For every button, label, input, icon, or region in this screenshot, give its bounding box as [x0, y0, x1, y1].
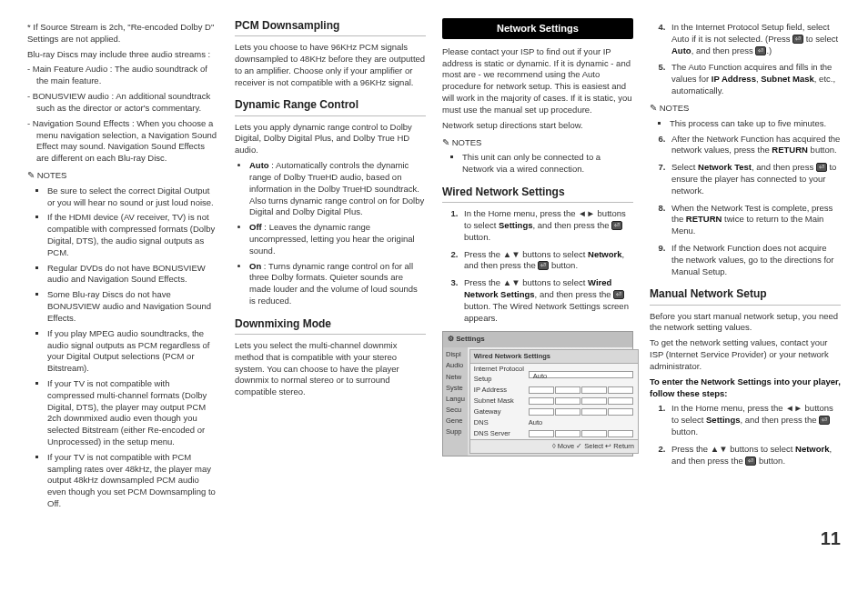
dialog-row: DNS Server — [470, 428, 638, 439]
pcm-body: Lets you choose to have 96KHz PCM signal… — [235, 42, 426, 88]
list-item: In the Internet Protocol Setup field, se… — [668, 22, 841, 56]
sidebar-item: Netw — [444, 372, 467, 383]
list-item: Off : Leaves the dynamic range uncompres… — [249, 222, 426, 256]
dialog-row: Internet Protocol SetupAuto — [470, 364, 638, 384]
list-item: When the Network Test is complete, press… — [668, 203, 841, 237]
dialog-row: IP Address — [470, 385, 638, 396]
sidebar-item: Langu — [444, 394, 467, 405]
list-item: Main Feature Audio : The audio soundtrac… — [36, 64, 218, 87]
column-1: * If Source Stream is 2ch, "Re-encoded D… — [27, 18, 218, 514]
dialog-title: Wired Network Settings — [470, 350, 638, 364]
dialog-row: Subnet Mask — [470, 396, 638, 406]
notes-label: NOTES — [442, 137, 633, 149]
column-3: Network Settings Please contact your ISP… — [442, 18, 633, 514]
down-title: Downmixing Mode — [235, 316, 426, 335]
column-2: PCM Downsampling Lets you choose to have… — [235, 18, 426, 514]
list-item: Some Blu-ray Discs do not have BONUSVIEW… — [47, 289, 218, 324]
sidebar-item: Audio — [444, 360, 467, 371]
dialog-header: ⚙ Settings — [443, 332, 632, 347]
list-item: In the Home menu, press the ◄► buttons t… — [668, 403, 841, 437]
list-item: This process can take up to five minutes… — [670, 118, 841, 130]
sidebar-item: Supp — [444, 426, 467, 437]
list-item: If the HDMI device (AV receiver, TV) is … — [47, 212, 218, 258]
notes-label: NOTES — [650, 103, 841, 115]
net-body1: Please contact your ISP to find out if y… — [442, 46, 633, 116]
pcm-title: PCM Downsampling — [235, 18, 426, 36]
dialog-row: Gateway — [470, 406, 638, 417]
manual-bold: To enter the Network Settings into your … — [650, 376, 841, 400]
drc-title: Dynamic Range Control — [235, 97, 426, 115]
audio-streams-list: Main Feature Audio : The audio soundtrac… — [27, 64, 218, 165]
down-body: Lets you select the multi-channel downmi… — [235, 340, 426, 398]
list-item: Navigation Sound Effects : When you choo… — [36, 118, 218, 165]
page-columns: * If Source Stream is 2ch, "Re-encoded D… — [27, 18, 841, 514]
dialog-footer: ◊ Move ✓ Select ↩ Return — [470, 439, 638, 453]
enter-icon — [745, 456, 756, 466]
notes-list: This unit can only be connected to a Net… — [442, 152, 633, 176]
list-item: Press the ▲▼ buttons to select Wired Net… — [460, 277, 633, 324]
dialog-row: DNSAuto — [470, 417, 638, 428]
column-4: In the Internet Protocol Setup field, se… — [650, 18, 841, 514]
sidebar-item: Secu — [444, 405, 467, 416]
wired-title: Wired Network Settings — [442, 185, 633, 203]
dialog-sidebar: Displ Audio Netw Syste Langu Secu Gene S… — [443, 347, 468, 456]
list-item: On : Turns dynamic range control on for … — [249, 261, 426, 307]
notes-list: Be sure to select the correct Digital Ou… — [27, 186, 218, 510]
list-item: If the Network Function does not acquire… — [668, 243, 841, 277]
enter-icon — [816, 163, 827, 172]
list-item: Press the ▲▼ buttons to select Network, … — [668, 444, 841, 467]
page-number: 11 — [27, 527, 841, 551]
manual-p1: Before you start manual network setup, y… — [650, 311, 841, 335]
sidebar-item: Syste — [444, 383, 467, 394]
settings-dialog: ⚙ Settings Displ Audio Netw Syste Langu … — [442, 331, 633, 456]
enter-icon — [538, 261, 549, 270]
list-item: Press the ▲▼ buttons to select Network, … — [460, 249, 633, 273]
sidebar-item: Gene — [444, 416, 467, 426]
dialog-main: Wired Network Settings Internet Protocol… — [469, 349, 639, 454]
list-item: If your TV is not compatible with compre… — [47, 378, 218, 448]
notes-label: NOTES — [27, 170, 218, 182]
list-item: Auto : Automatically controls the dynami… — [249, 160, 426, 218]
enter-icon — [613, 290, 624, 299]
manual-p2: To get the network setting values, conta… — [650, 337, 841, 372]
intro-line: Blu-ray Discs may include three audio st… — [27, 49, 218, 61]
enter-icon — [611, 221, 622, 230]
enter-icon — [755, 46, 766, 55]
list-item: BONUSVIEW audio : An additional soundtra… — [36, 91, 218, 115]
list-item: If you play MPEG audio soundtracks, the … — [47, 328, 218, 375]
list-item: Regular DVDs do not have BONUSVIEW audio… — [47, 263, 218, 286]
list-item: Be sure to select the correct Digital Ou… — [47, 186, 218, 209]
sidebar-item: Displ — [444, 349, 467, 360]
wired-steps: In the Home menu, press the ◄► buttons t… — [442, 208, 633, 324]
list-item: In the Home menu, press the ◄► buttons t… — [460, 208, 633, 243]
notes-list: This process can take up to five minutes… — [650, 118, 841, 130]
manual-steps: In the Home menu, press the ◄► buttons t… — [650, 403, 841, 467]
list-item: If your TV is not compatible with PCM sa… — [47, 452, 218, 510]
net-body2: Network setup directions start below. — [442, 120, 633, 132]
list-item: Select Network Test, and then press to e… — [668, 162, 841, 196]
network-settings-bar: Network Settings — [442, 18, 633, 39]
list-item: After the Network Function has acquired … — [668, 134, 841, 157]
drc-options: Auto : Automatically controls the dynami… — [235, 160, 426, 307]
list-item: The Auto Function acquires and fills in … — [668, 62, 841, 96]
wired-steps-cont2: After the Network Function has acquired … — [650, 134, 841, 278]
enter-icon — [792, 35, 803, 44]
star-note: * If Source Stream is 2ch, "Re-encoded D… — [27, 22, 218, 45]
manual-title: Manual Network Setup — [650, 286, 841, 305]
list-item: This unit can only be connected to a Net… — [462, 152, 633, 176]
drc-body: Lets you apply dynamic range control to … — [235, 122, 426, 156]
wired-steps-cont: In the Internet Protocol Setup field, se… — [650, 22, 841, 97]
enter-icon — [819, 416, 830, 425]
